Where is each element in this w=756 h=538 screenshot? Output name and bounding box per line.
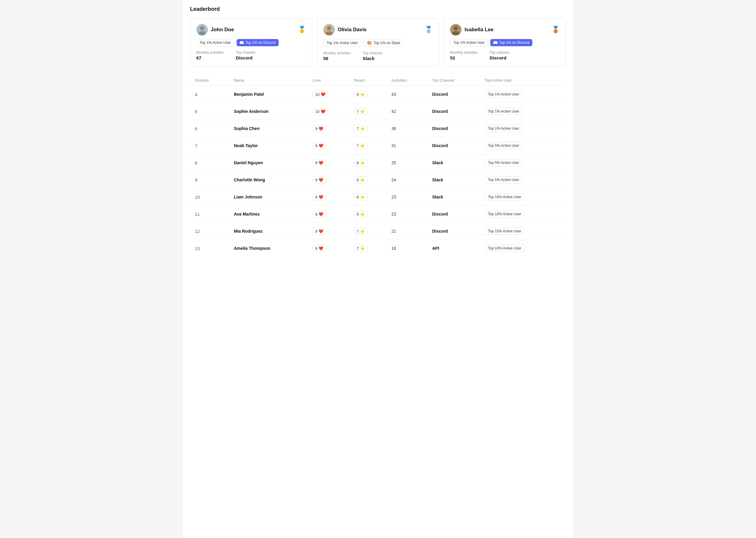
cell-love-5: 9 ❤️ [309,171,351,188]
medal-3: 🥉 [552,26,560,34]
badge-discord-3: Top 1% on Discord [490,39,532,46]
cell-activities-0: 43 [388,86,429,103]
avatar-john [196,24,208,35]
col-reach: Reach [351,75,388,86]
table-row: 9 Charlotte Wong 9 ❤️ 6 ⭐ 24 Slack Top 5… [190,171,566,188]
badge-discord-1: Top 1% on Discord [237,39,279,46]
star-icon: ⭐ [360,229,365,234]
cell-reach-4: 8 ⭐ [351,154,388,171]
cell-name-5: Charlotte Wong [230,171,309,188]
cell-position-1: 5 [190,103,230,120]
heart-icon: ❤️ [319,127,323,131]
cell-activities-3: 31 [388,137,429,154]
table-row: 8 Daniel Nguyen 9 ❤️ 8 ⭐ 25 Slack Top 5%… [190,154,566,171]
cell-top-active-6: Top 10% Active User [481,188,566,206]
cell-activities-7: 23 [388,206,429,223]
cell-channel-4: Slack [428,154,481,171]
svg-point-4 [327,26,331,30]
cell-position-8: 12 [190,223,230,240]
badge-active-2: Top 1% Active User [323,39,361,47]
page-title: Leaderbord [190,6,566,12]
cell-name-0: Benjamin Patel [230,86,309,103]
cell-position-2: 6 [190,120,230,137]
cell-name-8: Mia Rodriguez [230,223,309,240]
cell-top-active-8: Top 10% Active User [481,223,566,240]
cell-name-2: Sophia Chen [230,120,309,137]
cell-top-active-9: Top 10% Active User [481,240,566,257]
table-row: 7 Noah Taylor 9 ❤️ 7 ⭐ 31 Discord Top 5%… [190,137,566,154]
cell-name-4: Daniel Nguyen [230,154,309,171]
heart-icon: ❤️ [319,229,323,234]
cell-love-3: 9 ❤️ [309,137,351,154]
heart-icon: ❤️ [319,246,323,251]
cell-name-9: Amelia Thompson [230,240,309,257]
top-cards-container: John Doe 🥇 Top 1% Active User Top 1% on … [190,18,566,67]
cell-position-7: 11 [190,206,230,223]
badge-slack-2: 🎨 Top 1% on Slack [363,39,404,47]
heart-icon: ❤️ [319,161,323,165]
cell-channel-3: Discord [428,137,481,154]
stat-activities-3: Monthly activities 52 [450,50,477,60]
cell-position-5: 9 [190,171,230,188]
user-name-2: Olivia Davis [338,27,367,33]
col-love: Love [309,75,351,86]
cell-top-active-3: Top 5% Active User [481,137,566,154]
cell-top-active-2: Top 1% Active User [481,120,566,137]
cell-reach-3: 7 ⭐ [351,137,388,154]
star-icon: ⭐ [360,109,365,114]
cell-top-active-5: Top 5% Active User [481,171,566,188]
cell-reach-7: 6 ⭐ [351,206,388,223]
top-card-badges-3: Top 1% Active User Top 1% on Discord [450,39,560,46]
stat-channel-3: Top channel Discord [490,50,509,60]
heart-icon: ❤️ [321,109,325,114]
heart-icon: ❤️ [319,195,323,199]
cell-love-2: 9 ❤️ [309,120,351,137]
cell-love-4: 9 ❤️ [309,154,351,171]
cell-channel-0: Discord [428,86,481,103]
top-card-badges-1: Top 1% Active User Top 1% on Discord [196,39,306,46]
top-card-badges-2: Top 1% Active User 🎨 Top 1% on Slack [323,39,433,47]
badge-active-3: Top 1% Active User [450,39,488,46]
cell-channel-1: Discord [428,103,481,120]
top-card-stats-3: Monthly activities 52 Top channel Discor… [450,50,560,60]
leaderboard-table: Position Name Love Reach Activities Top … [190,75,566,257]
cell-love-7: 8 ❤️ [309,206,351,223]
cell-activities-2: 36 [388,120,429,137]
cell-love-9: 8 ❤️ [309,240,351,257]
avatar-olivia [323,24,335,35]
star-icon: ⭐ [360,178,365,182]
svg-point-7 [454,26,458,30]
svg-point-1 [200,26,204,30]
cell-love-6: 8 ❤️ [309,188,351,206]
cell-activities-4: 25 [388,154,429,171]
col-position: Position [190,75,230,86]
table-row: 12 Mia Rodriguez 8 ❤️ 7 ⭐ 21 Discord Top… [190,223,566,240]
discord-icon-1 [240,40,244,45]
cell-reach-8: 7 ⭐ [351,223,388,240]
top-card-stats-1: Monthly activities 67 Top channel Discor… [196,50,306,60]
cell-love-1: 10 ❤️ [309,103,351,120]
table-row: 11 Ava Martinez 8 ❤️ 6 ⭐ 23 Discord Top … [190,206,566,223]
cell-position-4: 8 [190,154,230,171]
badge-active-1: Top 1% Active User [196,39,234,46]
cell-name-7: Ava Martinez [230,206,309,223]
cell-channel-7: Discord [428,206,481,223]
star-icon: ⭐ [360,246,365,251]
top-card-2: Olivia Davis 🥈 Top 1% Active User 🎨 Top … [317,18,439,67]
cell-position-0: 4 [190,86,230,103]
user-name-3: Isabella Lee [464,27,493,33]
cell-activities-8: 21 [388,223,429,240]
col-name: Name [230,75,309,86]
star-icon: ⭐ [360,161,365,165]
table-row: 4 Benjamin Patel 10 ❤️ 9 ⭐ 43 Discord To… [190,86,566,103]
cell-channel-6: Slack [428,188,481,206]
cell-reach-5: 6 ⭐ [351,171,388,188]
star-icon: ⭐ [360,212,365,216]
table-row: 6 Sophia Chen 9 ❤️ 7 ⭐ 36 Discord Top 1%… [190,120,566,137]
col-top-active-user: Top Active User [481,75,566,86]
table-row: 5 Sophie Anderson 10 ❤️ 7 ⭐ 42 Discord T… [190,103,566,120]
top-card-1: John Doe 🥇 Top 1% Active User Top 1% on … [190,18,312,67]
medal-2: 🥈 [424,26,433,34]
heart-icon: ❤️ [319,178,323,182]
cell-top-active-4: Top 5% Active User [481,154,566,171]
